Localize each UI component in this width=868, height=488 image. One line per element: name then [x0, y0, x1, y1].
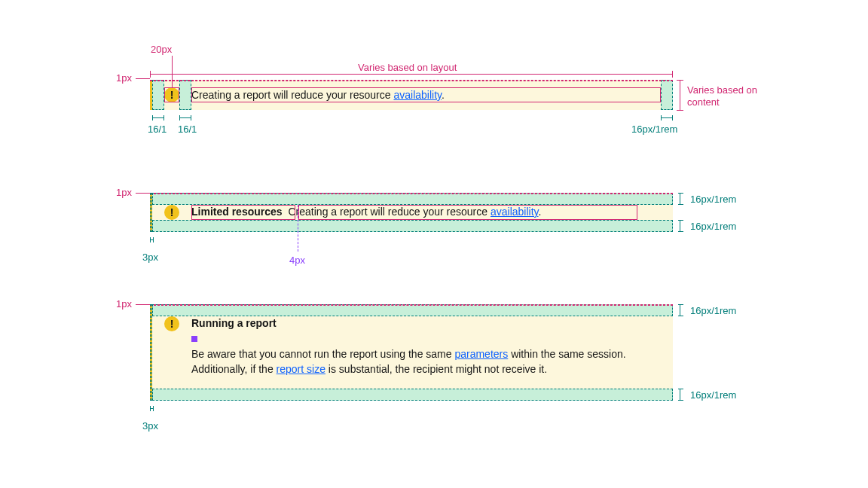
annotation-label: 16px/1rem: [690, 389, 736, 401]
annotation-label: 20px: [151, 44, 172, 56]
leader-line: [677, 110, 683, 111]
annotation-label: 16px/1rem: [631, 124, 677, 136]
padding-marker: [661, 80, 673, 110]
leader-line: [136, 304, 150, 305]
annotation-label: 3px: [142, 420, 158, 432]
annotation-label: 1px: [116, 187, 132, 199]
annotation-label: 16/1: [178, 124, 197, 136]
warning-icon: !: [164, 205, 179, 220]
annotation-label: 16px/1rem: [690, 305, 736, 317]
notification-multiline: ! Running a report Be aware that you can…: [150, 304, 673, 401]
measure-bar: [680, 389, 686, 401]
annotation-label: 16px/1rem: [690, 194, 736, 206]
notification-inline-1: ! Creating a report will reduce your res…: [150, 80, 673, 110]
measure-bar: [680, 304, 686, 316]
leader-line: [136, 78, 150, 79]
link-availability[interactable]: availability: [393, 89, 442, 101]
leader-line: [680, 80, 680, 110]
measure-bar: [680, 220, 686, 232]
leader-line: [677, 80, 683, 81]
padding-marker: [152, 80, 164, 110]
leader-line: [150, 74, 673, 75]
annotation-label: 16/1: [148, 124, 167, 136]
measure-bar: [152, 117, 164, 118]
annotation-label: 1px: [116, 72, 132, 84]
leader-line: [136, 193, 150, 194]
measure-bar: [680, 193, 686, 205]
leader-line: [172, 56, 173, 87]
measure-bar: [179, 117, 191, 118]
padding-marker: [152, 193, 673, 205]
notification-body: Limited resources Creating a report will…: [191, 205, 661, 220]
notification-body: Running a report Be aware that you canno…: [191, 316, 661, 377]
notification-title: Limited resources: [191, 206, 283, 218]
padding-marker: [179, 80, 191, 110]
annotation-label: Varies based on layout: [358, 62, 457, 74]
measure-bar: [150, 239, 154, 240]
spacer-marker-icon: [191, 336, 197, 342]
annotation-label: 1px: [116, 298, 132, 310]
notification-text-post: .: [539, 206, 542, 218]
link-parameters[interactable]: parameters: [454, 348, 508, 360]
padding-marker: [152, 304, 673, 316]
notification-title: Running a report: [191, 316, 661, 331]
annotation-label: 16px/1rem: [690, 221, 736, 233]
annotation-label: 3px: [142, 252, 158, 264]
link-availability[interactable]: availability: [491, 206, 539, 218]
notification-inline-2: ! Limited resources Creating a report wi…: [150, 193, 673, 232]
accent-bar: [150, 304, 152, 401]
text-run: Be aware that you cannot run the report …: [191, 348, 454, 360]
measure-bar: [150, 408, 154, 409]
notification-paragraph: Be aware that you cannot run the report …: [191, 347, 661, 377]
text-run: is substantial, the recipient might not …: [326, 363, 547, 375]
notification-body: Creating a report will reduce your resou…: [191, 88, 661, 103]
measure-bar: [661, 117, 673, 118]
annotation-label: 4px: [289, 255, 305, 267]
notification-text-post: .: [442, 89, 445, 101]
leader-line: [672, 71, 673, 78]
notification-text: Creating a report will reduce your resou…: [289, 206, 491, 218]
warning-icon: !: [164, 87, 179, 102]
spec-dash: [150, 80, 673, 81]
link-report-size[interactable]: report size: [277, 363, 326, 375]
leader-line: [150, 71, 151, 78]
padding-marker: [152, 220, 673, 232]
annotation-label: Varies based on content: [687, 84, 778, 108]
notification-text: Creating a report will reduce your resou…: [191, 89, 393, 101]
padding-marker: [152, 389, 673, 401]
warning-icon: !: [164, 316, 179, 331]
